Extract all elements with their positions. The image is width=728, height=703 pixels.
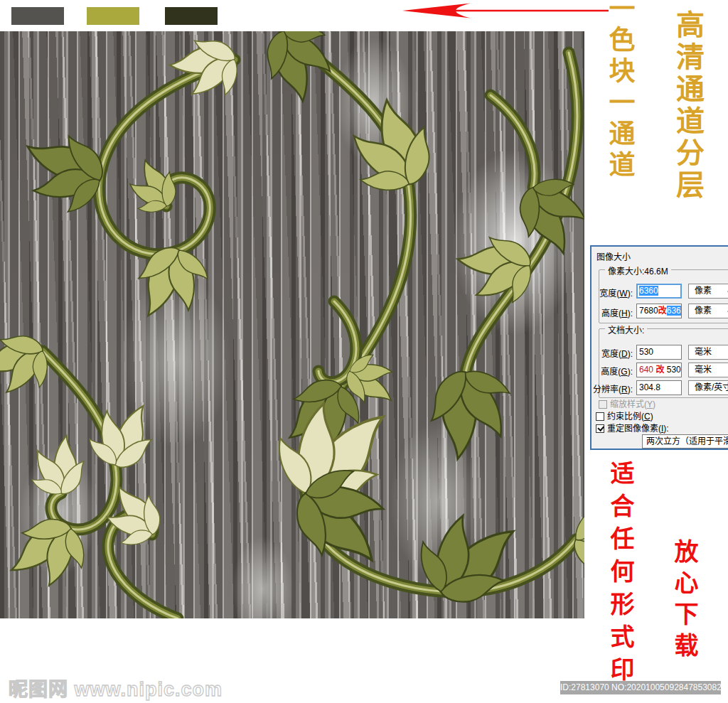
height-g-label: 高度(G): bbox=[592, 365, 633, 377]
pixel-size-legend: 像素大小:46.6M bbox=[605, 264, 671, 277]
pixel-height-input[interactable]: 7680改6360 bbox=[636, 304, 682, 318]
resolution-unit-select[interactable]: 像素/英寸 bbox=[688, 380, 728, 395]
constrain-proportions-checkbox-row[interactable]: 约束比例(C) bbox=[596, 412, 653, 422]
nipic-watermark: 昵图网 www.nipic.com bbox=[9, 674, 223, 702]
image-size-dialog: 图像大小 像素大小:46.6M 宽度(W): 6360 像素 高度(H): 76… bbox=[590, 245, 728, 450]
image-id-badge: ID:27813070 NO:20201005092847853082 bbox=[560, 681, 721, 694]
nipic-logo: 昵图网 bbox=[9, 679, 68, 700]
doc-width-unit-select[interactable]: 毫米 bbox=[688, 345, 728, 360]
doc-height-unit-select[interactable]: 毫米 bbox=[688, 363, 728, 377]
calligraphy-hd-channel-layers: 高清通道分层 bbox=[674, 10, 702, 202]
resample-image-checkbox-row[interactable]: 重定图像像素(I): bbox=[596, 424, 669, 434]
constrain-proportions-checkbox[interactable] bbox=[596, 412, 604, 421]
scale-styles-checkbox-row: 缩放样式(Y) bbox=[599, 399, 655, 409]
nipic-url: www.nipic.com bbox=[75, 679, 223, 700]
calligraphy-one-block-one-channel: 一色块一通道 bbox=[606, 0, 633, 182]
pixel-width-unit-select[interactable]: 像素 bbox=[688, 284, 728, 299]
color-swatch-dark-olive bbox=[165, 7, 218, 25]
pixel-height-unit-select[interactable]: 像素 bbox=[688, 304, 728, 318]
resample-method-select[interactable]: 两次立方（适用于平滑渐变 bbox=[642, 434, 728, 449]
document-size-legend: 文档大小: bbox=[605, 323, 647, 336]
dialog-title: 图像大小 bbox=[596, 250, 631, 262]
pixel-width-input[interactable]: 6360 bbox=[636, 284, 682, 299]
color-swatch-olive bbox=[87, 7, 139, 25]
height-h-label: 高度(H): bbox=[592, 306, 633, 318]
resolution-r-label: 分辨率(R): bbox=[592, 382, 633, 395]
resample-image-checkbox[interactable] bbox=[596, 424, 604, 433]
calligraphy-download-with-confidence: 放心下载 bbox=[673, 539, 697, 664]
color-swatch-gray bbox=[11, 7, 64, 25]
doc-height-input[interactable]: 640 改 530 bbox=[636, 363, 682, 377]
scale-styles-checkbox bbox=[599, 400, 607, 409]
width-d-label: 宽度(D): bbox=[592, 347, 633, 359]
resolution-input[interactable]: 304.8 bbox=[636, 380, 682, 395]
acanthus-scroll-art: .s1{fill:none;stroke:#46511e;stroke-widt… bbox=[0, 31, 584, 618]
page: .s1{fill:none;stroke:#46511e;stroke-widt… bbox=[0, 0, 728, 703]
calligraphy-fit-any-print-form: 适合任何形式印 bbox=[609, 461, 633, 689]
arrow-left-icon bbox=[398, 1, 611, 21]
pattern-preview-image: .s1{fill:none;stroke:#46511e;stroke-widt… bbox=[0, 31, 584, 618]
doc-width-input[interactable]: 530 bbox=[636, 345, 682, 360]
width-w-label: 宽度(W): bbox=[592, 286, 633, 299]
